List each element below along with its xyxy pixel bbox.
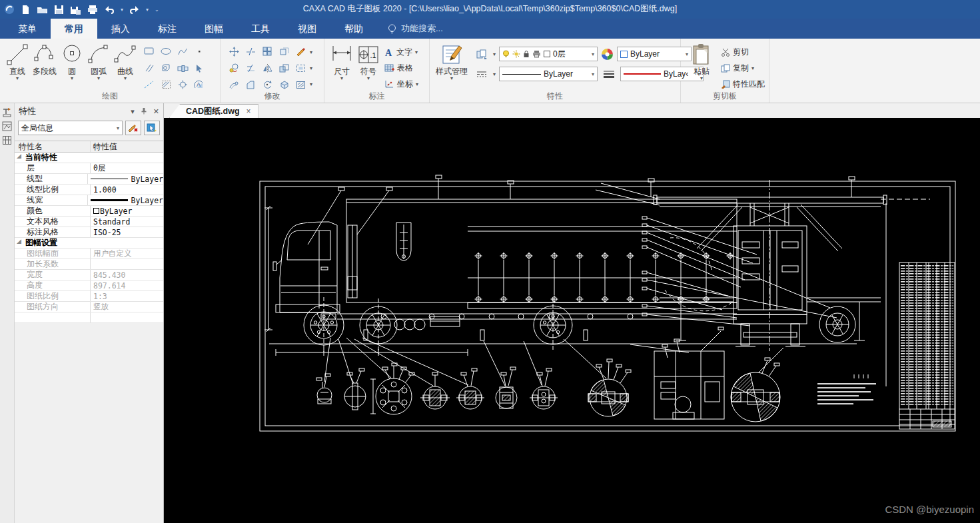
linetype-icon[interactable]: [474, 66, 490, 82]
library-icon[interactable]: [2, 121, 12, 131]
prop-row-layer[interactable]: 层0层: [15, 163, 163, 174]
group-sheet-settings[interactable]: ◢图幅设置: [15, 238, 163, 249]
prop-row-dim-style[interactable]: 标注风格ISO-25: [15, 227, 163, 238]
save-all-icon[interactable]: [70, 5, 81, 15]
panel-menu-icon[interactable]: ▾: [131, 107, 135, 116]
prop-row-linetype-scale[interactable]: 线型比例1.000: [15, 185, 163, 195]
redo-dropdown-icon[interactable]: ▾: [146, 7, 149, 13]
line-button[interactable]: 直线▾: [4, 42, 31, 82]
prop-row-lineweight[interactable]: 线宽ByLayer: [15, 195, 163, 206]
menu-tab-help[interactable]: 帮助: [330, 19, 377, 39]
new-file-icon[interactable]: [21, 5, 31, 15]
break-icon[interactable]: [243, 43, 258, 59]
paste-button[interactable]: 粘贴▾: [685, 42, 718, 82]
scale-icon[interactable]: [276, 60, 292, 76]
linetype-dropdown-icon[interactable]: ▾: [493, 71, 496, 77]
menu-tab-home[interactable]: 常用: [51, 19, 97, 39]
edit-icon[interactable]: [292, 43, 308, 59]
edit-properties-button[interactable]: [125, 121, 141, 135]
array-icon[interactable]: [259, 43, 275, 59]
ribbon-group-modify: ▾ ▾ ▾ 修改: [221, 39, 324, 103]
dimension-button[interactable]: 尺寸▾: [328, 42, 355, 82]
linetype-combo[interactable]: ByLayer ▾: [499, 67, 598, 81]
copy-rotate-icon[interactable]: [226, 60, 242, 76]
stretch-icon[interactable]: [276, 43, 292, 59]
scope-combo[interactable]: 全局信息 ▾: [18, 121, 123, 135]
style-manager-button[interactable]: 样式管理▾: [434, 42, 470, 82]
close-panel-icon[interactable]: ✕: [153, 107, 159, 116]
table-label: 表格: [397, 63, 413, 74]
layer-color-swatch: [544, 51, 550, 57]
point-icon[interactable]: [191, 43, 207, 59]
lineweight-icon[interactable]: [601, 66, 617, 82]
move-icon[interactable]: [226, 43, 242, 59]
undo-icon[interactable]: [104, 5, 115, 14]
ellipse-icon[interactable]: [158, 43, 174, 59]
edit-dropdown-icon[interactable]: ▾: [310, 44, 316, 60]
trim-icon[interactable]: [243, 60, 258, 76]
color-wheel-icon[interactable]: [601, 48, 614, 61]
menubar: 菜单 常用 插入 标注 图幅 工具 视图 帮助 功能搜索...: [0, 19, 980, 39]
properties-tool-icon[interactable]: [2, 107, 12, 117]
menu-tab-sheet[interactable]: 图幅: [191, 19, 237, 39]
menu-tab-insert[interactable]: 插入: [97, 19, 144, 39]
redo-icon[interactable]: [129, 5, 140, 14]
circle-button[interactable]: 圆▾: [59, 42, 85, 82]
save-icon[interactable]: [54, 5, 64, 15]
copy-button[interactable]: 复制▾: [721, 61, 765, 75]
menu-tab-menu[interactable]: 菜单: [4, 19, 51, 39]
bolt-icon[interactable]: [175, 60, 191, 76]
prop-row-linetype[interactable]: 线型ByLayer: [15, 174, 163, 185]
frame-dropdown-icon[interactable]: ▾: [310, 60, 316, 76]
notes-block: [817, 383, 876, 404]
prop-row-scale[interactable]: 图纸比例1:3: [15, 291, 163, 302]
frame-icon[interactable]: [292, 60, 308, 76]
linetype-swatch: [91, 179, 128, 179]
match-properties-button[interactable]: 特性匹配: [721, 77, 765, 91]
coordinate-button[interactable]: 坐标▾: [384, 77, 418, 91]
prop-row-color[interactable]: 颜色ByLayer: [15, 206, 163, 217]
open-file-icon[interactable]: [37, 5, 48, 15]
cut-button[interactable]: 剪切: [721, 45, 765, 59]
bookshelf-icon[interactable]: [2, 135, 12, 145]
contour-icon[interactable]: [158, 60, 174, 76]
polyline-button[interactable]: 多段线: [31, 42, 59, 82]
svg-text:A: A: [197, 81, 201, 88]
mirror-icon[interactable]: [259, 60, 275, 76]
text-button[interactable]: A 文字▾: [384, 45, 418, 59]
tab-close-icon[interactable]: ×: [246, 107, 251, 116]
layer-combo[interactable]: 0层 ▾: [499, 47, 598, 61]
feature-transfer-dropdown-icon[interactable]: ▾: [493, 51, 496, 57]
prop-row-width[interactable]: 宽度845.430: [15, 270, 163, 280]
spline-button[interactable]: 曲线▾: [112, 42, 139, 82]
menu-tab-view[interactable]: 视图: [284, 19, 330, 39]
formula-curve-icon[interactable]: [175, 43, 191, 59]
clipboard-group-label: 剪切板: [681, 91, 769, 102]
parallel-icon[interactable]: [141, 60, 157, 76]
pick-arrow-icon[interactable]: [191, 60, 207, 76]
explode-dropdown-icon[interactable]: ▾: [310, 76, 316, 92]
prop-row-text-style[interactable]: 文本风格Standard: [15, 217, 163, 227]
prop-row-orientation[interactable]: 图纸方向竖放: [15, 302, 163, 312]
coordinate-icon: [384, 80, 394, 89]
menu-tab-annotate[interactable]: 标注: [144, 19, 191, 39]
rectangle-icon[interactable]: [141, 43, 157, 59]
panel-title: 特性: [19, 105, 36, 117]
document-tab[interactable]: CAD图纸.dwg ×: [169, 104, 258, 118]
prop-row-height[interactable]: 高度897.614: [15, 280, 163, 291]
prop-row-sheet-size[interactable]: 图纸幅面用户自定义: [15, 249, 163, 259]
undo-dropdown-icon[interactable]: ▾: [121, 7, 123, 13]
drawing-canvas[interactable]: CSDN @biyezuopin: [164, 118, 980, 523]
customize-icon[interactable]: ⌄: [155, 7, 159, 13]
pin-icon[interactable]: [141, 107, 147, 116]
pick-object-button[interactable]: [144, 121, 160, 135]
function-search[interactable]: 功能搜索...: [388, 19, 443, 39]
menu-tab-tools[interactable]: 工具: [237, 19, 284, 39]
group-current-properties[interactable]: ◢当前特性: [15, 153, 163, 163]
symbol-button[interactable]: .1 符号▾: [355, 42, 382, 82]
table-button[interactable]: 表格: [384, 61, 418, 75]
arc-button[interactable]: 圆弧▾: [85, 42, 112, 82]
print-icon[interactable]: [87, 5, 98, 15]
prop-row-lengthen[interactable]: 加长系数: [15, 259, 163, 270]
feature-transfer-icon[interactable]: [474, 46, 490, 62]
